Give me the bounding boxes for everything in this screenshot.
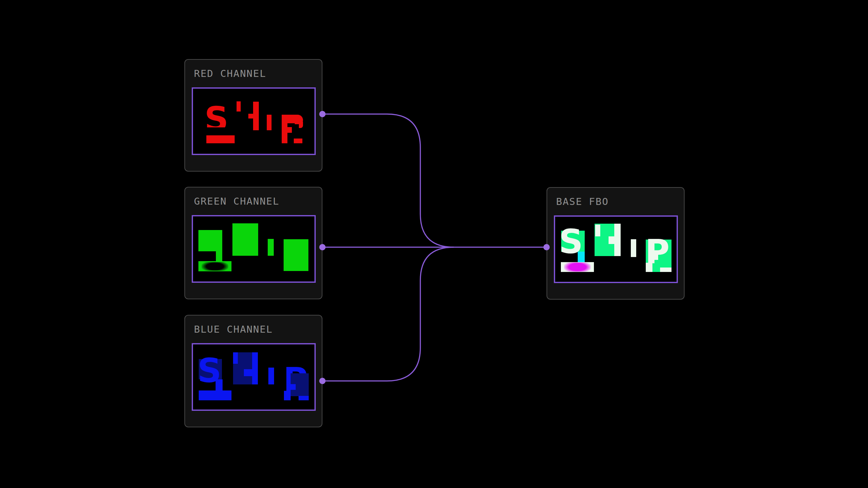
output-port-blue[interactable] — [319, 378, 326, 384]
node-graph-canvas[interactable]: RED CHANNEL S GREEN CHANNEL BLUE CHANNEL… — [0, 0, 868, 488]
port-layer — [0, 0, 868, 488]
input-port-base[interactable] — [544, 244, 550, 250]
output-port-red[interactable] — [319, 111, 326, 117]
output-port-green[interactable] — [319, 244, 326, 250]
